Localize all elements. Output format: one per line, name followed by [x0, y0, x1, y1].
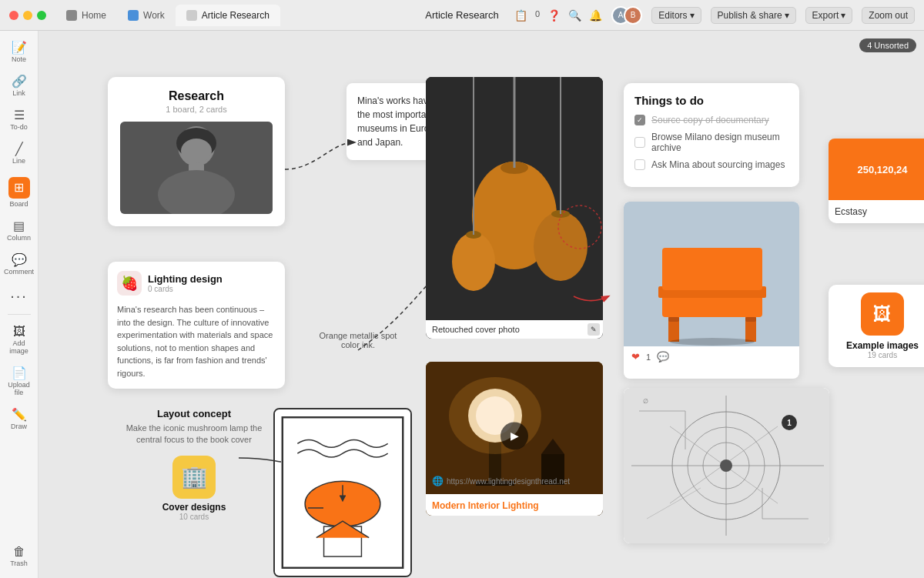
orange-label-text: Orange metallic spot color ink.	[320, 331, 397, 349]
play-button[interactable]: ▶	[500, 422, 528, 449]
heart-icon: ❤	[631, 351, 640, 363]
sidebar-item-link-label: Link	[12, 89, 25, 97]
work-icon	[128, 10, 139, 21]
example-images-count: 19 cards	[836, 351, 924, 359]
example-images-icon: 🖼	[861, 292, 904, 336]
research-card-title: Research	[120, 89, 273, 103]
todo-checkbox-3[interactable]	[634, 159, 645, 170]
lamp-caption-text: Retouched cover photo	[432, 325, 520, 334]
chair-card[interactable]: ❤ 1 💬	[624, 202, 799, 379]
addimage-icon: 🖼	[13, 326, 25, 338]
minimize-button[interactable]	[23, 11, 32, 20]
color-swatch-card[interactable]: 250,120,24 Ecstasy	[829, 139, 924, 223]
sidebar-item-addimage[interactable]: 🖼 Add image	[2, 321, 36, 359]
tab-article-label: Article Research	[202, 10, 270, 21]
sidebar-item-draw-label: Draw	[11, 423, 27, 430]
sidebar-item-trash[interactable]: 🗑 Trash	[2, 541, 36, 572]
sketch-card	[273, 408, 412, 577]
sidebar-item-draw[interactable]: ✏️ Draw	[2, 404, 36, 435]
todo-checkbox-1[interactable]: ✓	[634, 115, 645, 125]
help-icon[interactable]: ❓	[547, 9, 561, 22]
maximize-button[interactable]	[37, 11, 46, 20]
sidebar-item-more[interactable]: ···	[2, 283, 36, 308]
link-icon: 🔗	[12, 75, 27, 88]
swatch-label: Ecstasy	[829, 200, 924, 223]
todo-item-1[interactable]: ✓ Source copy of documentary	[634, 115, 788, 125]
sidebar-item-addimage-label: Add image	[5, 339, 33, 355]
sidebar-item-note[interactable]: 📝 Note	[2, 37, 36, 68]
sidebar-item-line[interactable]: ╱ Line	[2, 139, 36, 169]
svg-rect-38	[745, 317, 756, 322]
doc-count: 0	[535, 9, 540, 22]
sidebar: 📝 Note 🔗 Link ☰ To-do ╱ Line ⊞ Board ▤ C…	[0, 31, 38, 578]
lighting-subtitle: 0 cards	[148, 285, 223, 293]
sidebar-item-uploadfile[interactable]: 📄 Upload file	[2, 363, 36, 401]
avatar-group: A B	[611, 6, 642, 25]
interior-photo-card[interactable]: ▶ 🌐 https://www.lightingdesignthread.net…	[426, 362, 603, 516]
lamp-background	[426, 77, 603, 339]
notification-icon[interactable]: 🔔	[589, 9, 602, 22]
chat-icon: 💬	[657, 351, 669, 363]
swatch-color: 250,120,24	[829, 139, 924, 200]
titlebar-icons: 📋 0 ❓ 🔍 🔔	[514, 9, 602, 22]
sidebar-item-uploadfile-label: Upload file	[5, 381, 33, 396]
interior-link-title: Modern Interior Lighting	[432, 500, 597, 511]
todo-icon: ☰	[14, 109, 25, 122]
example-images-card[interactable]: 🖼 Example images 19 cards	[829, 285, 924, 367]
sidebar-item-todo[interactable]: ☰ To-do	[2, 105, 36, 135]
draw-icon: ✏️	[12, 409, 27, 421]
svg-point-15	[534, 212, 588, 281]
edit-icon: ✎	[588, 323, 600, 336]
note-icon: 📝	[12, 42, 27, 54]
todo-text-2: Browse Milano design museum archive	[651, 132, 788, 153]
publish-share-button[interactable]: Publish & share ▾	[711, 7, 796, 24]
lamp-photo-card[interactable]: Retouched cover photo ✎	[426, 77, 603, 339]
sidebar-item-board-label: Board	[9, 200, 28, 208]
svg-text:1: 1	[787, 419, 792, 427]
cover-design-count: 10 cards	[125, 513, 263, 521]
svg-point-48	[720, 459, 732, 472]
document-icon[interactable]: 📋	[514, 9, 527, 22]
sidebar-item-board[interactable]: ⊞ Board	[2, 172, 36, 212]
tab-home[interactable]: Home	[55, 5, 117, 26]
chair-background	[624, 202, 799, 346]
layout-concept-desc: Make the iconic mushroom lamp the centra…	[125, 423, 263, 446]
editors-button[interactable]: Editors ▾	[651, 7, 701, 24]
tab-work[interactable]: Work	[117, 5, 176, 26]
layout-concept: Layout concept Make the iconic mushroom …	[125, 408, 263, 521]
sidebar-item-comment[interactable]: 💬 Comment	[2, 249, 36, 280]
article-icon	[186, 10, 197, 21]
close-button[interactable]	[9, 11, 18, 20]
tab-work-label: Work	[143, 10, 165, 21]
export-button[interactable]: Export ▾	[805, 7, 853, 24]
search-icon[interactable]: 🔍	[568, 9, 581, 22]
todo-checkbox-2[interactable]	[634, 137, 645, 148]
canvas: 4 Unsorted Research 1 boar	[38, 31, 924, 578]
unsorted-badge[interactable]: 4 Unsorted	[859, 38, 916, 52]
svg-rect-34	[662, 248, 762, 290]
page-title: Article Research	[425, 9, 498, 21]
todo-card[interactable]: Things to do ✓ Source copy of documentar…	[624, 83, 799, 187]
layout-concept-title: Layout concept	[125, 408, 263, 419]
svg-point-30	[449, 377, 541, 454]
sidebar-item-column-label: Column	[7, 234, 31, 242]
todo-item-3[interactable]: Ask Mina about sourcing images	[634, 159, 788, 170]
todo-item-2[interactable]: Browse Milano design museum archive	[634, 132, 788, 153]
chevron-down-icon: ▾	[690, 10, 695, 21]
sidebar-item-column[interactable]: ▤ Column	[2, 215, 36, 246]
more-icon: ···	[10, 288, 28, 303]
zoom-out-button[interactable]: Zoom out	[862, 7, 915, 24]
research-card[interactable]: Research 1 board, 2 cards	[108, 77, 285, 226]
tab-article-research[interactable]: Article Research	[176, 5, 280, 26]
example-images-title: Example images	[836, 340, 924, 351]
sidebar-item-link[interactable]: 🔗 Link	[2, 71, 36, 102]
cover-design-icon[interactable]: 🏢	[172, 456, 216, 499]
lighting-card[interactable]: 🍓 Lighting design 0 cards Mina's researc…	[108, 262, 285, 389]
line-icon: ╱	[15, 143, 23, 155]
interior-background: ▶	[426, 362, 603, 516]
titlebar: Home Work Article Research Article Resea…	[0, 0, 924, 31]
blueprint-card: 1 ∅	[624, 388, 829, 543]
lighting-icon: 🍓	[117, 271, 142, 296]
tab-home-label: Home	[82, 10, 106, 21]
svg-point-18	[452, 232, 495, 291]
